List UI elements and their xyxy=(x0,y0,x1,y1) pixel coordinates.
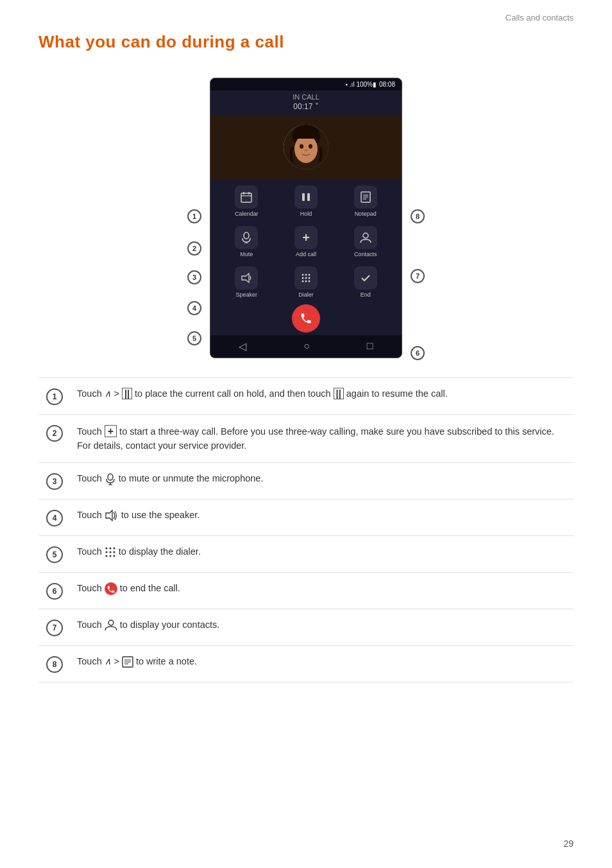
num-cell-4: 4 xyxy=(38,499,71,535)
instruction-text-4: Touch to use the speaker. xyxy=(71,499,574,535)
speaker-icon xyxy=(235,266,258,290)
status-time: 08:08 xyxy=(379,81,395,88)
addcall-icon: + xyxy=(294,226,318,249)
num-cell-5: 5 xyxy=(38,535,71,572)
svg-point-19 xyxy=(363,233,368,238)
hold-icon xyxy=(294,186,318,209)
svg-point-35 xyxy=(109,547,111,549)
mute-btn[interactable]: Mute xyxy=(227,226,266,257)
svg-point-2 xyxy=(294,135,318,163)
instruction-row-7: 7 Touch to display your contacts. xyxy=(38,609,574,645)
svg-point-24 xyxy=(302,277,303,279)
back-nav[interactable]: ◁ xyxy=(239,340,246,352)
status-icons: ▪ .ıl 100%▮ xyxy=(346,81,377,88)
section-label: Calls and contacts xyxy=(506,13,574,22)
instruction-row-1: 1 Touch ∧ > || to place the current call… xyxy=(38,378,574,415)
calendar-btn[interactable]: Calendar xyxy=(227,186,266,217)
instruction-text-1: Touch ∧ > || to place the current call o… xyxy=(71,378,574,415)
svg-point-39 xyxy=(113,551,115,553)
calendar-label: Calendar xyxy=(235,211,259,217)
num-badge-5: 5 xyxy=(46,546,63,563)
svg-point-5 xyxy=(305,150,307,152)
svg-rect-10 xyxy=(302,193,305,201)
num-badge-1: 1 xyxy=(46,388,63,405)
num-cell-6: 6 xyxy=(38,572,71,609)
svg-point-37 xyxy=(105,551,107,553)
end-call-row xyxy=(210,300,402,335)
notepad-btn[interactable]: Notepad xyxy=(346,186,385,217)
num-badge-3: 3 xyxy=(46,473,63,490)
callout-8: 8 xyxy=(411,209,425,223)
notepad-icon xyxy=(354,186,377,209)
dialer-btn[interactable]: Dialer xyxy=(287,266,325,298)
controls-row-2: Mute + Add call Contacts xyxy=(210,220,402,260)
svg-point-16 xyxy=(244,232,249,239)
svg-point-34 xyxy=(105,547,107,549)
caller-avatar xyxy=(284,125,328,169)
callout-3: 3 xyxy=(187,270,201,284)
callout-1: 1 xyxy=(187,209,201,223)
instruction-row-4: 4 Touch to use the speaker. xyxy=(38,499,574,535)
calendar-icon xyxy=(235,186,258,209)
svg-point-38 xyxy=(109,551,111,553)
svg-rect-6 xyxy=(241,193,251,202)
addcall-btn[interactable]: + Add call xyxy=(287,226,325,257)
notepad-label: Notepad xyxy=(355,211,377,217)
instruction-text-7: Touch to display your contacts. xyxy=(71,609,574,645)
svg-point-21 xyxy=(302,274,303,276)
end-call-button[interactable] xyxy=(292,304,320,333)
svg-rect-11 xyxy=(307,193,310,201)
num-cell-8: 8 xyxy=(38,645,71,682)
speaker-label: Speaker xyxy=(236,291,258,298)
fold-label: End xyxy=(361,291,371,298)
num-cell-7: 7 xyxy=(38,609,71,645)
svg-point-36 xyxy=(113,547,115,549)
svg-marker-33 xyxy=(106,510,112,521)
svg-point-3 xyxy=(300,144,303,149)
instruction-text-2: Touch + to start a three-way call. Befor… xyxy=(71,415,574,463)
svg-point-40 xyxy=(105,555,107,557)
dialer-label: Dialer xyxy=(298,291,314,298)
num-cell-1: 1 xyxy=(38,378,71,415)
svg-point-28 xyxy=(305,281,307,282)
fold-icon xyxy=(354,266,377,290)
in-call-label: IN CALL xyxy=(210,91,402,102)
addcall-label: Add call xyxy=(296,251,316,257)
controls-row-3: Speaker Dialer xyxy=(210,260,402,300)
contacts-btn[interactable]: Contacts xyxy=(346,226,385,257)
instruction-text-6: Touch to end the call. xyxy=(71,572,574,609)
page-title: What you can do during a call xyxy=(38,32,574,52)
num-badge-7: 7 xyxy=(46,620,63,636)
mute-label: Mute xyxy=(240,251,253,257)
callout-6: 6 xyxy=(411,346,425,360)
caller-avatar-area xyxy=(210,115,402,179)
phone-nav-bar: ◁ ○ □ xyxy=(210,335,402,358)
instruction-row-2: 2 Touch + to start a three-way call. Bef… xyxy=(38,415,574,463)
instructions-table: 1 Touch ∧ > || to place the current call… xyxy=(38,378,574,682)
speaker-btn[interactable]: Speaker xyxy=(227,266,266,298)
instruction-row-6: 6 Touch to end the call. xyxy=(38,572,574,609)
hold-btn[interactable]: Hold xyxy=(287,186,325,217)
screenshot-area: 1 2 3 4 5 6 7 8 ▪ .ıl 100%▮ 08:08 IN CAL… xyxy=(38,78,574,358)
svg-point-4 xyxy=(309,144,312,149)
mute-icon xyxy=(235,226,258,249)
num-badge-6: 6 xyxy=(46,583,63,600)
svg-point-27 xyxy=(302,281,303,282)
home-nav[interactable]: ○ xyxy=(303,340,310,352)
svg-point-43 xyxy=(108,620,114,625)
call-timer: 00:17 ˅ xyxy=(210,102,402,115)
page-number: 29 xyxy=(563,838,574,849)
num-badge-4: 4 xyxy=(46,510,63,526)
fold-btn[interactable]: End xyxy=(346,266,385,298)
num-badge-8: 8 xyxy=(46,656,63,673)
dialer-icon xyxy=(294,266,318,290)
contacts-icon xyxy=(354,226,377,249)
num-cell-2: 2 xyxy=(38,415,71,463)
callout-4: 4 xyxy=(187,301,201,315)
svg-point-26 xyxy=(308,277,310,279)
callout-7: 7 xyxy=(411,269,425,283)
contacts-label: Contacts xyxy=(354,251,377,257)
instruction-text-3: Touch to mute or unmute the microphone. xyxy=(71,462,574,499)
recent-nav[interactable]: □ xyxy=(367,340,373,352)
num-cell-3: 3 xyxy=(38,462,71,499)
